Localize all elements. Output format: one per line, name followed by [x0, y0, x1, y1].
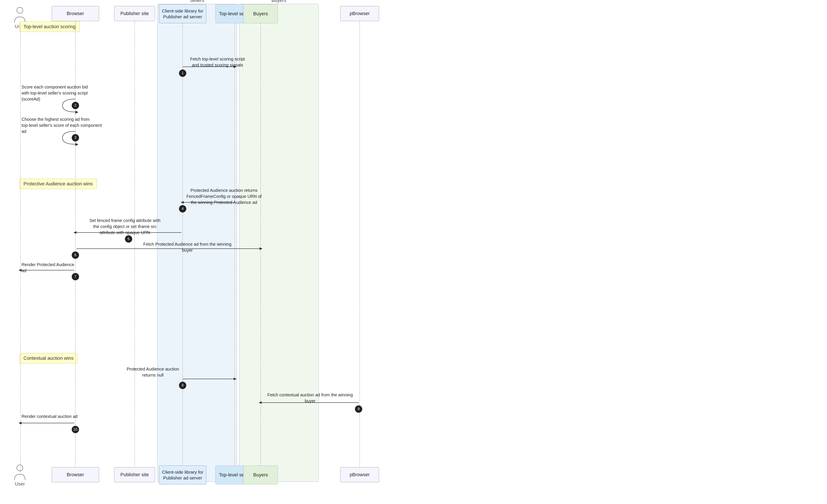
svg-marker-11 — [76, 143, 79, 146]
pbrowser-box-bottom: pBrowser — [340, 467, 379, 482]
publisher-site-box-bottom: Publisher site — [114, 467, 155, 482]
diagram-container: Sellers Buyers User Browser Publisher si… — [0, 0, 827, 504]
step-4: 4 — [179, 205, 186, 212]
svg-marker-25 — [18, 422, 21, 424]
svg-marker-15 — [74, 231, 77, 234]
step-1: 1 — [179, 69, 186, 77]
user-icon-bottom — [13, 464, 26, 481]
msg-pa-returns-fenced: Protected Audience auction returnsFenced… — [185, 187, 263, 205]
step-8: 8 — [179, 382, 186, 389]
user-figure-bottom: User — [13, 464, 26, 487]
msg-fetch-pa-ad: Fetch Protected Audience ad from the win… — [142, 241, 233, 253]
user-label-bottom: User — [15, 481, 25, 487]
msg-choose-highest: Choose the highest scoring ad fromtop-le… — [21, 116, 103, 134]
msg-fetch-scoring: Fetch top-level scoring scriptand truste… — [185, 56, 250, 68]
svg-marker-13 — [181, 201, 184, 204]
browser-box-bottom: Browser — [52, 467, 99, 482]
buyers-box-bottom: Buyers — [243, 465, 278, 485]
step-6: 6 — [72, 251, 79, 259]
client-lib-box-bottom: Client-side library for Publisher ad ser… — [159, 465, 206, 485]
step-10: 10 — [72, 426, 79, 433]
msg-render-contextual: Render contextual auction ad — [21, 413, 82, 419]
msg-pa-null: Protected Audience auctionreturns null — [123, 366, 183, 378]
step-5: 5 — [125, 235, 132, 243]
svg-point-26 — [17, 465, 23, 471]
svg-marker-17 — [259, 247, 262, 250]
svg-marker-21 — [234, 377, 237, 380]
msg-score-component: Score each component auction bidwith top… — [21, 84, 103, 102]
step-7: 7 — [72, 273, 79, 280]
step-2: 2 — [72, 102, 79, 109]
msg-render-pa: Render Protected Audience ad — [21, 262, 78, 273]
svg-marker-23 — [259, 401, 262, 404]
diagram-svg — [0, 0, 827, 504]
step-9: 9 — [355, 405, 362, 413]
msg-fetch-contextual: Fetch contextual auction ad from the win… — [263, 392, 357, 404]
svg-marker-19 — [18, 269, 21, 271]
step-3: 3 — [72, 134, 79, 142]
svg-marker-10 — [76, 111, 79, 114]
msg-set-fenced: Set fenced frame config attribute withth… — [84, 217, 166, 236]
